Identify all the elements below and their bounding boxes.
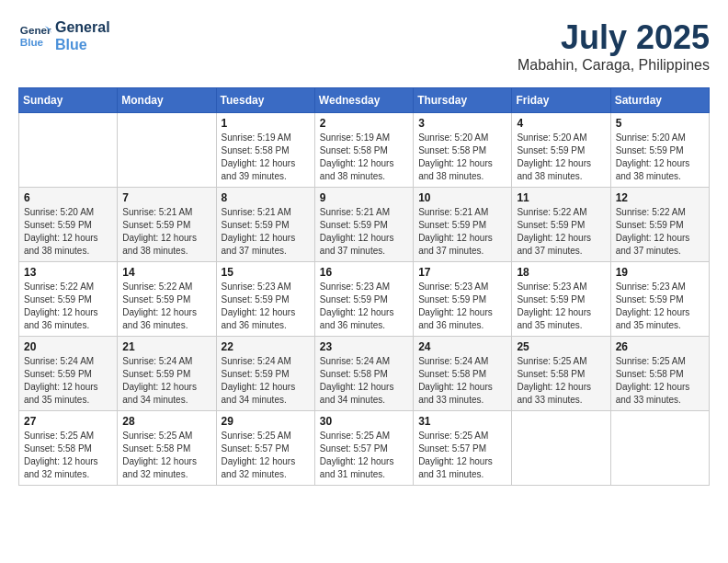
calendar-cell: 11Sunrise: 5:22 AM Sunset: 5:59 PM Dayli…	[512, 188, 610, 262]
day-number: 29	[222, 415, 310, 428]
day-number: 23	[320, 340, 408, 353]
calendar-week-4: 20Sunrise: 5:24 AM Sunset: 5:59 PM Dayli…	[19, 337, 710, 411]
calendar-cell: 20Sunrise: 5:24 AM Sunset: 5:59 PM Dayli…	[19, 337, 118, 411]
title-area: July 2025 Mabahin, Caraga, Philippines	[518, 18, 710, 74]
day-number: 12	[616, 191, 704, 204]
day-info: Sunrise: 5:21 AM Sunset: 5:59 PM Dayligh…	[222, 206, 310, 258]
day-number: 16	[320, 266, 408, 279]
day-number: 1	[222, 117, 310, 130]
day-number: 22	[222, 340, 310, 353]
day-info: Sunrise: 5:20 AM Sunset: 5:58 PM Dayligh…	[418, 132, 506, 183]
calendar-cell	[19, 113, 118, 188]
day-info: Sunrise: 5:22 AM Sunset: 5:59 PM Dayligh…	[616, 206, 704, 258]
day-number: 20	[24, 340, 112, 353]
logo-icon: General Blue	[18, 19, 51, 52]
calendar-cell: 16Sunrise: 5:23 AM Sunset: 5:59 PM Dayli…	[314, 262, 413, 337]
day-info: Sunrise: 5:22 AM Sunset: 5:59 PM Dayligh…	[517, 206, 605, 258]
day-info: Sunrise: 5:23 AM Sunset: 5:59 PM Dayligh…	[320, 281, 408, 332]
day-number: 7	[122, 191, 210, 204]
calendar-header-wednesday: Wednesday	[314, 88, 413, 113]
calendar-cell: 21Sunrise: 5:24 AM Sunset: 5:59 PM Dayli…	[118, 337, 216, 411]
day-number: 30	[320, 415, 408, 428]
day-number: 25	[517, 340, 605, 353]
day-info: Sunrise: 5:24 AM Sunset: 5:59 PM Dayligh…	[222, 355, 310, 407]
day-info: Sunrise: 5:23 AM Sunset: 5:59 PM Dayligh…	[418, 281, 506, 332]
calendar-cell: 26Sunrise: 5:25 AM Sunset: 5:58 PM Dayli…	[610, 337, 709, 411]
calendar-cell: 19Sunrise: 5:23 AM Sunset: 5:59 PM Dayli…	[610, 262, 709, 337]
calendar-header-friday: Friday	[512, 88, 610, 113]
calendar-cell: 10Sunrise: 5:21 AM Sunset: 5:59 PM Dayli…	[414, 188, 512, 262]
calendar-cell: 7Sunrise: 5:21 AM Sunset: 5:59 PM Daylig…	[118, 188, 216, 262]
day-info: Sunrise: 5:21 AM Sunset: 5:59 PM Dayligh…	[418, 206, 506, 258]
calendar-week-5: 27Sunrise: 5:25 AM Sunset: 5:58 PM Dayli…	[19, 411, 710, 486]
calendar-week-2: 6Sunrise: 5:20 AM Sunset: 5:59 PM Daylig…	[19, 188, 710, 262]
day-info: Sunrise: 5:25 AM Sunset: 5:57 PM Dayligh…	[418, 430, 506, 481]
day-number: 15	[222, 266, 310, 279]
day-info: Sunrise: 5:22 AM Sunset: 5:59 PM Dayligh…	[24, 281, 112, 332]
day-number: 10	[418, 191, 506, 204]
calendar-cell: 18Sunrise: 5:23 AM Sunset: 5:59 PM Dayli…	[512, 262, 610, 337]
day-number: 19	[616, 266, 704, 279]
day-info: Sunrise: 5:24 AM Sunset: 5:58 PM Dayligh…	[320, 355, 408, 407]
day-info: Sunrise: 5:19 AM Sunset: 5:58 PM Dayligh…	[320, 132, 408, 183]
day-number: 21	[122, 340, 210, 353]
svg-text:General: General	[20, 24, 51, 36]
calendar-cell	[118, 113, 216, 188]
calendar-header-tuesday: Tuesday	[216, 88, 314, 113]
calendar-cell: 29Sunrise: 5:25 AM Sunset: 5:57 PM Dayli…	[216, 411, 314, 486]
day-info: Sunrise: 5:25 AM Sunset: 5:57 PM Dayligh…	[222, 430, 310, 481]
month-title: July 2025	[518, 18, 710, 57]
day-info: Sunrise: 5:19 AM Sunset: 5:58 PM Dayligh…	[222, 132, 310, 183]
calendar-cell: 4Sunrise: 5:20 AM Sunset: 5:59 PM Daylig…	[512, 113, 610, 188]
calendar-cell: 13Sunrise: 5:22 AM Sunset: 5:59 PM Dayli…	[19, 262, 118, 337]
day-number: 9	[320, 191, 408, 204]
calendar-header-thursday: Thursday	[414, 88, 512, 113]
day-number: 28	[122, 415, 210, 428]
day-number: 18	[517, 266, 605, 279]
day-number: 5	[616, 117, 704, 130]
calendar-cell: 17Sunrise: 5:23 AM Sunset: 5:59 PM Dayli…	[414, 262, 512, 337]
day-info: Sunrise: 5:21 AM Sunset: 5:59 PM Dayligh…	[122, 206, 210, 258]
calendar-header-row: SundayMondayTuesdayWednesdayThursdayFrid…	[19, 88, 710, 113]
calendar-week-1: 1Sunrise: 5:19 AM Sunset: 5:58 PM Daylig…	[19, 113, 710, 188]
day-info: Sunrise: 5:20 AM Sunset: 5:59 PM Dayligh…	[616, 132, 704, 183]
day-info: Sunrise: 5:23 AM Sunset: 5:59 PM Dayligh…	[517, 281, 605, 332]
location-title: Mabahin, Caraga, Philippines	[518, 57, 710, 74]
calendar-week-3: 13Sunrise: 5:22 AM Sunset: 5:59 PM Dayli…	[19, 262, 710, 337]
calendar-cell: 24Sunrise: 5:24 AM Sunset: 5:58 PM Dayli…	[414, 337, 512, 411]
calendar-cell: 30Sunrise: 5:25 AM Sunset: 5:57 PM Dayli…	[314, 411, 413, 486]
day-number: 8	[222, 191, 310, 204]
day-number: 4	[517, 117, 605, 130]
day-number: 14	[122, 266, 210, 279]
day-number: 11	[517, 191, 605, 204]
calendar-cell: 14Sunrise: 5:22 AM Sunset: 5:59 PM Dayli…	[118, 262, 216, 337]
day-number: 31	[418, 415, 506, 428]
day-number: 24	[418, 340, 506, 353]
calendar-cell	[610, 411, 709, 486]
day-info: Sunrise: 5:23 AM Sunset: 5:59 PM Dayligh…	[616, 281, 704, 332]
day-info: Sunrise: 5:21 AM Sunset: 5:59 PM Dayligh…	[320, 206, 408, 258]
calendar-cell: 1Sunrise: 5:19 AM Sunset: 5:58 PM Daylig…	[216, 113, 314, 188]
day-info: Sunrise: 5:24 AM Sunset: 5:59 PM Dayligh…	[24, 355, 112, 407]
calendar-cell: 31Sunrise: 5:25 AM Sunset: 5:57 PM Dayli…	[414, 411, 512, 486]
calendar-cell: 5Sunrise: 5:20 AM Sunset: 5:59 PM Daylig…	[610, 113, 709, 188]
page-header: General Blue General Blue July 2025 Maba…	[18, 18, 710, 74]
day-number: 2	[320, 117, 408, 130]
day-info: Sunrise: 5:24 AM Sunset: 5:58 PM Dayligh…	[418, 355, 506, 407]
day-info: Sunrise: 5:25 AM Sunset: 5:58 PM Dayligh…	[122, 430, 210, 481]
day-info: Sunrise: 5:23 AM Sunset: 5:59 PM Dayligh…	[222, 281, 310, 332]
calendar-cell: 2Sunrise: 5:19 AM Sunset: 5:58 PM Daylig…	[314, 113, 413, 188]
day-number: 17	[418, 266, 506, 279]
day-number: 26	[616, 340, 704, 353]
logo: General Blue General Blue	[18, 18, 110, 53]
day-number: 6	[24, 191, 112, 204]
calendar-cell: 27Sunrise: 5:25 AM Sunset: 5:58 PM Dayli…	[19, 411, 118, 486]
calendar-cell: 3Sunrise: 5:20 AM Sunset: 5:58 PM Daylig…	[414, 113, 512, 188]
day-info: Sunrise: 5:24 AM Sunset: 5:59 PM Dayligh…	[122, 355, 210, 407]
calendar-cell: 8Sunrise: 5:21 AM Sunset: 5:59 PM Daylig…	[216, 188, 314, 262]
day-info: Sunrise: 5:25 AM Sunset: 5:58 PM Dayligh…	[24, 430, 112, 481]
calendar-cell	[512, 411, 610, 486]
logo-general: General	[55, 18, 110, 36]
day-number: 27	[24, 415, 112, 428]
calendar-cell: 25Sunrise: 5:25 AM Sunset: 5:58 PM Dayli…	[512, 337, 610, 411]
